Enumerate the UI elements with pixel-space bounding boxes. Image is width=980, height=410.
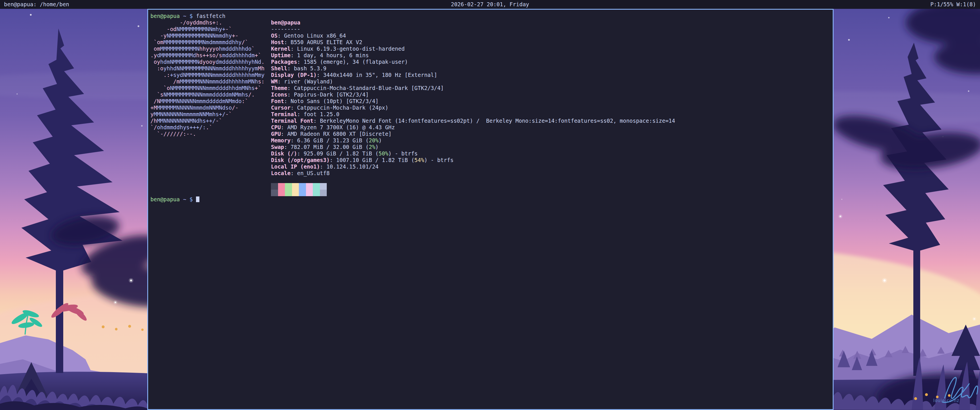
terminal-row	[150, 176, 833, 183]
terminal-row: /hMMNNNNNNNNMNdhs++/-` Terminal Font: Be…	[150, 118, 833, 124]
terminal-row	[150, 190, 833, 196]
palette-block	[278, 183, 285, 190]
terminal-row: omMMMMMMMMMMMNhhyyyohmdddhhhdo` Kernel: …	[150, 46, 833, 52]
palette-block	[320, 183, 327, 190]
terminal-row: /NMMMMMNNNNNNmmmdddddmNMmdo:` Font: Noto…	[150, 98, 833, 105]
statusbar-clock: 2026-02-27 20:01, Friday	[0, 0, 980, 9]
terminal-row: oyhdmNMMMMMMMNdyooydmddddhhhhyhNd. Packa…	[150, 59, 833, 65]
terminal-row: Local IP (eno1): 10.124.15.101/24	[150, 164, 833, 170]
statusbar: ben@papua: /home/ben 2026-02-27 20:01, F…	[0, 0, 980, 9]
palette-block	[306, 183, 313, 190]
palette-block	[271, 190, 278, 196]
terminal-row: Memory: 6.36 GiB / 31.23 GiB (20%)	[150, 137, 833, 144]
palette-block	[285, 183, 292, 190]
palette-block	[285, 190, 292, 196]
desktop: louie.co.nz ben@papua: /home/ben 2026-02…	[0, 0, 980, 410]
terminal-row: `oNMMMMMMMNNNmmmddddhhdmMNhs+` Theme: Ca…	[150, 85, 833, 91]
palette-block	[292, 183, 299, 190]
terminal-window[interactable]: ben@papua ~ $ fastfetch -/oyddmdhs+:. be…	[147, 9, 834, 410]
palette-block	[299, 183, 306, 190]
terminal-row: ben@papua ~ $ fastfetch	[150, 13, 833, 19]
terminal-row: -yNMMMMMMMMMMMNNNmmdhy+- OS: Gentoo Linu…	[150, 32, 833, 39]
terminal-row: Disk (/): 925.09 GiB / 1.82 TiB (50%) - …	[150, 150, 833, 157]
terminal-output: ben@papua ~ $ fastfetch -/oyddmdhs+:. be…	[148, 10, 833, 203]
terminal-row: yMMNNNNNNNmmmmmNNMmhs+/-` Terminal: foot…	[150, 111, 833, 118]
terminal-row: ben@papua ~ $	[150, 196, 833, 203]
terminal-row: :oyhhdNNMMMMMMMNNNmmdddhhhhhyymMh Shell:…	[150, 65, 833, 72]
terminal-row: +MMMMMMMNNNNNmmmdmNNMNdso/- Cursor: Catp…	[150, 105, 833, 111]
terminal-row: Swap: 782.07 MiB / 32.00 GiB (2%)	[150, 144, 833, 150]
terminal-row: .ydMMMMMMMMMMdhs++so/smdddhhhhdm+` Uptim…	[150, 52, 833, 59]
palette-block	[320, 190, 327, 196]
palette-block	[292, 190, 299, 196]
terminal-row: `-//////:--. GPU: AMD Radeon RX 6800 XT …	[150, 131, 833, 137]
palette-block	[313, 183, 320, 190]
palette-block	[278, 190, 285, 196]
terminal-row: `sNMMMMMMMMNNNmmmdddddmNMmhs/. Icons: Pa…	[150, 91, 833, 98]
terminal-row: Disk (/opt/games3): 1007.10 GiB / 1.82 T…	[150, 157, 833, 164]
terminal-row: /mMMMMMMNNNmmmdddhhhhhmMNhs: WM: river (…	[150, 78, 833, 85]
terminal-row: -/oyddmdhs+:. ben@papua	[150, 19, 833, 26]
palette-block	[306, 190, 313, 196]
terminal-row: `omMMMMMMMMMMMMNmdmmmmddhhy/` Host: B550…	[150, 39, 833, 46]
terminal-row: Locale: en_US.utf8	[150, 170, 833, 176]
palette-block	[271, 183, 278, 190]
terminal-row: `/ohdmmddhys+++/:.` CPU: AMD Ryzen 7 370…	[150, 124, 833, 131]
terminal-cursor	[196, 197, 199, 202]
terminal-row: -odNMMMMMMMMNNmhy+-` ---------	[150, 26, 833, 32]
palette-block	[299, 190, 306, 196]
wallpaper-credit: louie.co.nz	[933, 398, 959, 403]
terminal-row	[150, 183, 833, 190]
terminal-row: .:+sydNMMMMMNNNmmmddddhhhhhmMmy Display …	[150, 72, 833, 78]
palette-block	[313, 190, 320, 196]
statusbar-workspace-status: P:1/55% W:1(8)	[931, 0, 976, 9]
